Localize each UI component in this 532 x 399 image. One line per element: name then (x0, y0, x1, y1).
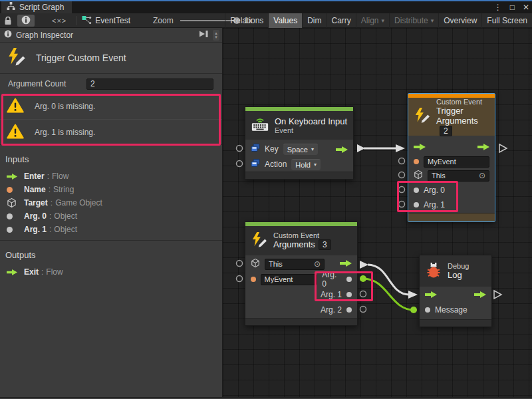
action-dropdown[interactable]: Hold▾ (291, 159, 321, 170)
node-header[interactable]: On Keyboard Input Event (245, 111, 353, 140)
spinner-down-icon[interactable]: ▼ (214, 35, 218, 39)
action-row: Action Hold▾ (245, 158, 353, 171)
object-port-icon (425, 307, 430, 313)
chevron-down-icon: ▾ (314, 162, 317, 168)
flow-continue-triangle-trigger[interactable] (499, 144, 507, 152)
event-name-field[interactable]: MyEvent (261, 274, 318, 285)
flow-input-port[interactable] (425, 291, 437, 300)
wire-keyboard-to-trigger[interactable] (357, 144, 405, 152)
close-icon[interactable]: ✕ (523, 3, 529, 12)
argument-count-badge[interactable]: 3 (319, 239, 331, 250)
tab-script-graph[interactable]: Script Graph (1, 1, 72, 13)
flow-output-port[interactable] (474, 291, 486, 300)
toolbar-button-values[interactable]: Values (268, 13, 302, 28)
argument-count-field[interactable]: 2 (86, 78, 213, 90)
toolbar-button-fullscreen[interactable]: Full Screen (481, 13, 532, 28)
unit-title-block: Trigger Custom Event (0, 43, 222, 73)
unit-title: Trigger Custom Event (36, 53, 126, 63)
warning-text: Arg. 0 is missing. (35, 102, 95, 111)
flow-input-port[interactable] (414, 143, 426, 152)
message-row: Message (420, 304, 491, 316)
string-port-icon (251, 277, 256, 282)
event-name-field[interactable]: MyEvent (424, 156, 489, 168)
inputs-section: Inputs Enter:Flow Name:String Target:Gam… (0, 145, 222, 240)
port-row-arg1: Arg. 1:Object (0, 223, 222, 236)
object-picker-icon[interactable]: ⊙ (314, 259, 321, 269)
port-keyboard-action[interactable] (237, 161, 243, 167)
graph-asset-icon (82, 15, 92, 27)
port-arguments-arg2-out[interactable] (360, 307, 366, 313)
node-custom-event-arguments[interactable]: Custom Event Arguments3 This⊙ MyEvent Ar… (245, 221, 358, 326)
flow-row (408, 141, 495, 154)
port-keyboard-key[interactable] (237, 146, 243, 152)
port-trigger-name[interactable] (399, 158, 405, 164)
action-label: Action (265, 160, 287, 169)
object-port-icon (346, 307, 352, 313)
node-on-keyboard-input[interactable]: On Keyboard Input Event Key Space▾ Actio… (245, 106, 354, 180)
node-footer (408, 213, 495, 221)
node-footer (420, 319, 491, 327)
script-graph-icon (7, 2, 15, 13)
node-header[interactable]: Custom Event Trigger Arguments2 (408, 98, 495, 136)
flow-output-port[interactable] (340, 259, 352, 269)
window-menu-icon[interactable]: ⋮ (494, 3, 502, 12)
port-arguments-name[interactable] (237, 276, 243, 282)
chevron-down-icon: ▾ (311, 146, 314, 152)
warning-item: Arg. 0 is missing. (0, 94, 222, 119)
unity-visual-scripting-window: Script Graph ⋮ □ ✕ <×> (0, 0, 532, 399)
outputs-section: Outputs Exit:Flow (0, 241, 222, 283)
port-arguments-target[interactable] (237, 261, 243, 267)
key-label: Key (265, 144, 279, 154)
toolbar-button-carry[interactable]: Carry (327, 13, 356, 28)
flow-output-port[interactable] (477, 143, 489, 152)
key-dropdown[interactable]: Space▾ (283, 144, 318, 155)
wire-arg0-to-message[interactable] (360, 275, 417, 313)
node-header[interactable]: Debug Log (420, 255, 491, 287)
target-row: This⊙ (408, 170, 495, 182)
panel-spinner[interactable]: ▲ ▼ (213, 30, 219, 41)
connected-port-message[interactable] (410, 307, 417, 313)
warning-item: Arg. 1 is missing. (0, 119, 222, 144)
wire-arguments-to-log[interactable] (360, 261, 418, 299)
node-trigger-custom-event[interactable]: Custom Event Trigger Arguments2 MyEvent … (408, 93, 495, 222)
toolbar-button-align[interactable]: Align▾ (356, 13, 389, 28)
target-field[interactable]: This⊙ (265, 259, 325, 270)
gameobject-cube-icon (414, 170, 423, 182)
port-trigger-target[interactable] (399, 172, 405, 178)
target-field[interactable]: This⊙ (428, 170, 489, 182)
dock-panel-icon[interactable] (199, 30, 209, 40)
bug-icon (425, 261, 442, 281)
inspector-toggle-button[interactable] (17, 15, 35, 27)
object-port-icon (7, 227, 24, 233)
port-row-exit: Exit:Flow (0, 265, 222, 279)
argument-count-badge[interactable]: 2 (440, 126, 452, 136)
graph-canvas[interactable]: On Keyboard Input Event Key Space▾ Actio… (223, 28, 532, 397)
object-picker-icon[interactable]: ⊙ (479, 171, 485, 181)
flow-row (420, 289, 491, 302)
flow-output-port[interactable] (336, 146, 348, 155)
chevron-down-icon: ▾ (431, 17, 434, 24)
info-icon (4, 30, 12, 40)
node-header[interactable]: Custom Event Arguments3 (245, 226, 357, 255)
toolbar-button-distribute[interactable]: Distribute▾ (389, 13, 438, 28)
tab-title: Script Graph (19, 3, 64, 12)
connected-port-arg0[interactable] (360, 275, 366, 282)
port-trigger-arg0[interactable] (399, 187, 405, 193)
lock-icon[interactable] (0, 15, 16, 27)
custom-event-icon (7, 47, 27, 69)
port-arguments-arg1-out[interactable] (360, 291, 366, 297)
node-title: On Keyboard Input (275, 116, 347, 126)
node-category: Custom Event (273, 231, 331, 239)
port-trigger-arg1[interactable] (399, 201, 405, 207)
arg0-label: Arg. 0 (424, 186, 445, 195)
node-debug-log[interactable]: Debug Log Message (419, 255, 492, 327)
maximize-icon[interactable]: □ (510, 3, 515, 12)
flow-continue-triangle-log[interactable] (494, 291, 501, 299)
toolbar-button-dim[interactable]: Dim (302, 13, 326, 28)
gameobject-cube-icon (7, 198, 24, 208)
csharp-preview-icon[interactable]: <×> (48, 15, 70, 27)
toolbar-button-relations[interactable]: Relations (225, 13, 268, 28)
graph-breadcrumb[interactable]: EventTest (82, 15, 130, 27)
toolbar-button-overview[interactable]: Overview (438, 13, 481, 28)
port-row-enter: Enter:Flow (0, 170, 222, 183)
